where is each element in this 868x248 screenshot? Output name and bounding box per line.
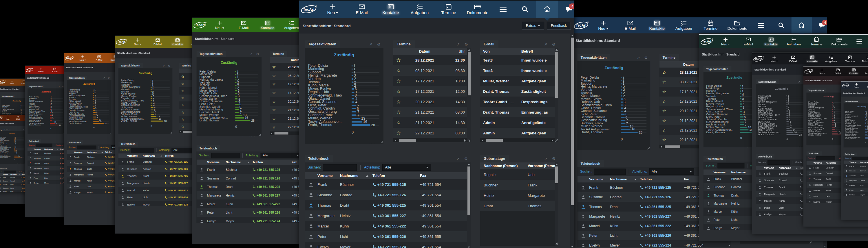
gear-icon[interactable] <box>552 42 556 47</box>
nav-item-termine[interactable]: Termine <box>840 53 860 65</box>
star-icon[interactable] <box>662 108 666 114</box>
expand-icon[interactable] <box>544 156 548 161</box>
nav-item-aufgaben[interactable]: Termine Aufgaben <box>862 67 868 76</box>
chart-bar[interactable] <box>740 96 741 97</box>
chart-bar[interactable] <box>865 113 865 113</box>
scroll-up-icon[interactable] <box>556 164 558 165</box>
expand-icon[interactable] <box>798 80 800 83</box>
telefonbuch-row[interactable]: Frank Büchner +49 721 555-125 +49 721 55… <box>305 179 467 189</box>
tecart-logo[interactable]: TecArt ® <box>574 17 590 34</box>
nav-item-neu[interactable]: Neu <box>318 1 347 18</box>
telefonbuch-telefon-link[interactable]: +49 721 555-125 <box>640 185 684 189</box>
chart-bar[interactable] <box>14 157 21 158</box>
chart-bar[interactable] <box>351 75 353 77</box>
extras-button[interactable]: Extras <box>522 22 544 30</box>
chart-bar[interactable] <box>20 110 20 111</box>
chart-bar[interactable] <box>351 69 352 70</box>
nav-item-neu[interactable]: Neu <box>3 115 13 121</box>
column-header-vorname[interactable]: Vorname <box>317 174 340 178</box>
widget-tab-telefonbuch[interactable]: Telefonbuch <box>0 168 8 170</box>
expand-icon[interactable] <box>637 55 640 60</box>
chart-bar[interactable] <box>832 129 835 130</box>
widget-tab-termine[interactable]: Termine <box>393 40 415 48</box>
star-icon[interactable] <box>272 116 276 121</box>
email-row[interactable]: Test3 Ihnen wurde e <box>480 65 555 76</box>
chart-bar[interactable] <box>740 101 741 102</box>
search-button[interactable] <box>771 17 791 34</box>
chart-bar[interactable] <box>151 94 152 95</box>
widget-tab-telefonbuch[interactable]: Telefonbuch <box>305 155 333 163</box>
expand-icon[interactable] <box>369 42 372 47</box>
chart-bar[interactable] <box>832 131 837 132</box>
star-icon[interactable] <box>272 125 276 130</box>
column-header-von[interactable]: Von <box>480 49 521 54</box>
chart-bar[interactable] <box>151 109 153 110</box>
tecart-logo[interactable]: TecArt ® <box>804 67 814 76</box>
nav-item-dokumente[interactable]: Dokumente <box>724 17 751 34</box>
chart-bar[interactable] <box>740 114 742 115</box>
column-header-uhrzeit[interactable]: Uhr <box>446 49 467 54</box>
column-header-nachname[interactable]: Nachname <box>44 148 55 150</box>
widget-tab-tagesaktivitaeten[interactable]: Tagesaktivitäten <box>806 88 826 93</box>
chart-bar[interactable] <box>832 108 833 108</box>
telefonbuch-row[interactable]: Thomas Draht +49 361 555-225 +49 361 554 <box>844 173 868 178</box>
chart-bar[interactable] <box>14 140 15 141</box>
chart-bar[interactable] <box>865 116 866 116</box>
chart-bar[interactable] <box>50 120 52 120</box>
telefonbuch-telefon-link[interactable]: +49 721 555-126 <box>640 195 684 199</box>
chart-bar[interactable] <box>740 111 742 112</box>
chart-bar[interactable] <box>865 134 867 134</box>
scroll-left-icon[interactable] <box>271 132 272 134</box>
star-icon[interactable] <box>272 108 276 112</box>
chart-bar[interactable] <box>151 96 152 97</box>
chart-bar[interactable] <box>93 112 96 113</box>
column-header-nachname[interactable]: Nachname <box>143 154 158 157</box>
chart-bar[interactable] <box>740 98 741 99</box>
column-header-fax[interactable]: Fax <box>420 174 467 178</box>
scrollbar-thumb[interactable] <box>555 167 558 183</box>
star-icon[interactable] <box>662 99 666 104</box>
scroll-up-icon[interactable] <box>468 49 470 50</box>
chart-bar[interactable] <box>235 79 236 81</box>
chart-bar[interactable] <box>351 108 355 110</box>
chart-bar[interactable] <box>50 122 54 122</box>
nav-item-neu[interactable]: Neu <box>34 66 48 74</box>
star-icon[interactable] <box>662 79 666 85</box>
termine-row[interactable]: 21.12.2021 08:00 <box>393 107 467 117</box>
chart-bar[interactable] <box>832 115 834 115</box>
chart-bar[interactable] <box>50 101 51 102</box>
chart-bar[interactable] <box>621 105 622 106</box>
telefonbuch-row[interactable]: Susanne Conrad +49 721 555-126 +49 721 5… <box>844 169 868 173</box>
search-input[interactable] <box>211 153 240 158</box>
star-icon[interactable] <box>181 75 184 79</box>
chart-bar[interactable] <box>621 92 622 93</box>
chart-bar[interactable] <box>151 112 154 112</box>
chart-bar[interactable] <box>832 111 833 112</box>
chart-bar[interactable] <box>351 92 353 93</box>
column-header-nachname[interactable]: Nachname <box>826 162 838 164</box>
gear-icon[interactable] <box>377 42 380 47</box>
star-icon[interactable] <box>181 118 184 121</box>
chart-bar[interactable] <box>865 123 866 124</box>
chart-bar[interactable] <box>93 119 98 120</box>
chart-bar[interactable] <box>786 126 789 127</box>
chart-bar[interactable] <box>50 103 51 104</box>
column-header-nachname-person[interactable]: Nachname (Person) <box>480 164 528 168</box>
chart-bar[interactable] <box>351 124 370 126</box>
chart-bar[interactable] <box>235 115 242 116</box>
chart-bar[interactable] <box>351 95 353 96</box>
tecart-logo[interactable]: TecArt ® <box>26 66 34 74</box>
chart-bar[interactable] <box>740 109 742 110</box>
expand-icon[interactable] <box>103 76 105 79</box>
nav-item-termine[interactable]: Termine <box>434 1 463 18</box>
chart-bar[interactable] <box>14 156 18 157</box>
scroll-up-icon[interactable] <box>468 164 470 165</box>
sort-ascending-icon[interactable] <box>99 152 105 153</box>
chart-bar[interactable] <box>151 85 151 85</box>
widget-tab-telefonbuch[interactable]: Telefonbuch <box>704 156 726 162</box>
chart-bar[interactable] <box>865 111 865 112</box>
resize-handle[interactable] <box>109 132 111 134</box>
nav-item-kontakte[interactable]: Kontakte <box>376 1 405 18</box>
chart-bar[interactable] <box>235 87 236 89</box>
chart-bar[interactable] <box>14 139 15 140</box>
